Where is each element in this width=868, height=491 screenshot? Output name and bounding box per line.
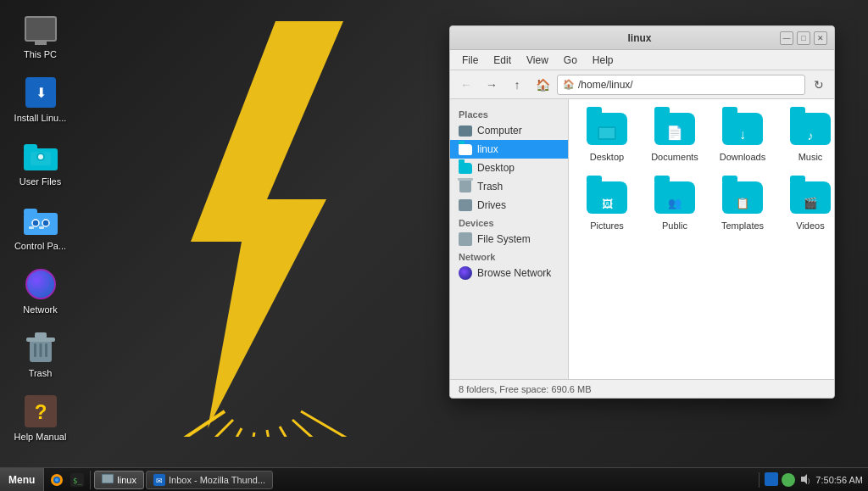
maximize-button[interactable]: □ bbox=[797, 31, 810, 45]
address-home-icon: 🏠 bbox=[563, 79, 575, 90]
file-item-documents[interactable]: 📄 Documents bbox=[645, 108, 704, 168]
file-item-public[interactable]: 👥 Public bbox=[645, 176, 704, 237]
start-label: Menu bbox=[8, 474, 35, 486]
file-item-videos[interactable]: 🎬 Videos bbox=[781, 176, 834, 237]
menu-file[interactable]: File bbox=[455, 53, 485, 68]
desktop-icon-install-linux[interactable]: ⬇ Install Linu... bbox=[8, 72, 72, 127]
network-status-icon[interactable] bbox=[782, 473, 795, 487]
menu-view[interactable]: View bbox=[520, 53, 555, 68]
taskbar-task-linux[interactable]: linux bbox=[94, 471, 144, 489]
sidebar-item-filesystem[interactable]: File System bbox=[450, 230, 568, 248]
close-button[interactable]: ✕ bbox=[814, 31, 827, 45]
minimize-button[interactable]: — bbox=[780, 31, 793, 45]
desktop-sidebar-label: Desktop bbox=[477, 162, 515, 174]
sidebar-item-drives[interactable]: Drives bbox=[450, 196, 568, 215]
public-file-label: Public bbox=[662, 220, 687, 232]
home-button[interactable]: 🏠 bbox=[531, 74, 554, 96]
svg-line-1 bbox=[174, 411, 225, 437]
videos-folder-icon: 🎬 bbox=[790, 181, 831, 217]
file-item-desktop[interactable]: Desktop bbox=[577, 108, 637, 168]
forward-button[interactable]: → bbox=[481, 74, 503, 96]
network-header: Network bbox=[450, 248, 568, 264]
task-thunderbird-label: Inbox - Mozilla Thund... bbox=[169, 475, 265, 485]
desktop-icon-this-pc[interactable]: This PC bbox=[8, 8, 72, 64]
file-grid: Desktop 📄 Documents bbox=[577, 108, 826, 237]
file-item-pictures[interactable]: 🖼 Pictures bbox=[577, 176, 637, 237]
svg-rect-39 bbox=[765, 472, 778, 486]
desktop-icon-trash[interactable]: Trash bbox=[8, 327, 72, 382]
computer-icon bbox=[459, 124, 472, 137]
up-button[interactable]: ↑ bbox=[506, 74, 528, 96]
desktop: This PC ⬇ Install Linu... bbox=[0, 0, 868, 491]
start-menu-button[interactable]: Menu bbox=[0, 468, 44, 491]
address-text: /home/linux/ bbox=[578, 79, 633, 91]
desktop-icon-control-panel[interactable]: Control Pa... bbox=[8, 200, 72, 255]
taskbar: Menu $_ bbox=[0, 467, 868, 491]
pictures-folder-icon: 🖼 bbox=[587, 181, 627, 217]
trash-label: Trash bbox=[29, 368, 53, 379]
file-item-templates[interactable]: 📋 Templates bbox=[713, 176, 772, 237]
status-text: 8 folders, Free space: 690.6 MB bbox=[459, 384, 592, 394]
statusbar: 8 folders, Free space: 690.6 MB bbox=[450, 379, 834, 398]
control-panel-icon bbox=[24, 204, 58, 237]
user-files-icon bbox=[24, 139, 58, 173]
svg-line-4 bbox=[246, 432, 254, 437]
svg-text:?: ? bbox=[34, 400, 47, 423]
file-area: Desktop 📄 Documents bbox=[569, 99, 834, 379]
tray-icon-1[interactable] bbox=[765, 472, 778, 488]
desktop-icon-user-files[interactable]: User Files bbox=[8, 136, 72, 191]
downloads-folder-icon: ↓ bbox=[722, 113, 763, 148]
svg-rect-24 bbox=[35, 332, 47, 338]
svg-text:✉: ✉ bbox=[156, 477, 163, 485]
taskbar-tasks: linux ✉ Inbox - Mozilla Thund... bbox=[91, 471, 759, 489]
sidebar-item-computer[interactable]: Computer bbox=[450, 121, 568, 140]
install-linux-label: Install Linu... bbox=[14, 113, 67, 124]
documents-folder-icon: 📄 bbox=[654, 113, 695, 148]
taskbar-firefox-icon[interactable] bbox=[47, 471, 66, 489]
sidebar: Places Computer linux Desktop Trash bbox=[450, 99, 569, 379]
svg-point-40 bbox=[785, 477, 792, 483]
menu-go[interactable]: Go bbox=[557, 53, 584, 68]
menu-help[interactable]: Help bbox=[586, 53, 620, 68]
desktop-icon-network[interactable]: Network bbox=[8, 264, 72, 319]
sidebar-item-linux[interactable]: linux bbox=[450, 140, 568, 159]
trash-sidebar-icon bbox=[459, 180, 472, 193]
svg-rect-26 bbox=[39, 343, 42, 357]
menubar: File Edit View Go Help bbox=[450, 50, 834, 70]
svg-text:): ) bbox=[808, 477, 810, 484]
sidebar-item-desktop[interactable]: Desktop bbox=[450, 159, 568, 177]
volume-icon[interactable]: ) bbox=[798, 472, 812, 488]
sidebar-item-trash[interactable]: Trash bbox=[450, 177, 568, 196]
templates-folder-icon: 📋 bbox=[722, 181, 763, 217]
taskbar-task-thunderbird[interactable]: ✉ Inbox - Mozilla Thund... bbox=[146, 471, 273, 489]
install-linux-icon: ⬇ bbox=[24, 75, 58, 109]
svg-rect-16 bbox=[24, 213, 58, 235]
svg-rect-17 bbox=[24, 209, 37, 215]
filesystem-icon bbox=[459, 232, 472, 246]
window-title: linux bbox=[499, 32, 780, 44]
taskbar-terminal-icon[interactable]: $_ bbox=[68, 471, 86, 489]
desktop-icon-help-manual[interactable]: ? Help Manual bbox=[8, 391, 72, 446]
control-panel-label: Control Pa... bbox=[14, 241, 66, 252]
svg-point-32 bbox=[55, 478, 58, 482]
menu-edit[interactable]: Edit bbox=[487, 53, 518, 68]
music-folder-icon: ♪ bbox=[790, 113, 831, 148]
music-file-label: Music bbox=[798, 152, 823, 163]
browse-network-label: Browse Network bbox=[477, 267, 551, 279]
network-label: Network bbox=[23, 304, 57, 315]
templates-file-label: Templates bbox=[721, 220, 764, 232]
desktop-folder-icon bbox=[459, 161, 472, 175]
svg-rect-27 bbox=[45, 343, 47, 357]
svg-text:⬇: ⬇ bbox=[35, 86, 46, 100]
help-manual-label: Help Manual bbox=[14, 432, 67, 443]
reload-button[interactable]: ↻ bbox=[809, 75, 829, 95]
file-item-music[interactable]: ♪ Music bbox=[781, 108, 834, 168]
back-button[interactable]: ← bbox=[455, 74, 477, 96]
svg-rect-12 bbox=[24, 144, 37, 151]
videos-file-label: Videos bbox=[796, 220, 824, 232]
file-manager-window: linux — □ ✕ File Edit View Go Help ← → ↑… bbox=[449, 25, 835, 399]
sidebar-item-browse-network[interactable]: Browse Network bbox=[450, 264, 568, 282]
file-item-downloads[interactable]: ↓ Downloads bbox=[713, 108, 772, 168]
help-manual-icon: ? bbox=[24, 394, 58, 428]
desktop-file-label: Desktop bbox=[590, 152, 624, 163]
